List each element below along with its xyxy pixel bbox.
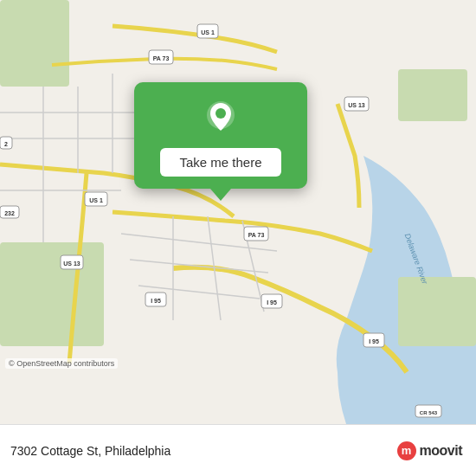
svg-text:US 13: US 13 — [63, 261, 80, 267]
svg-text:CR 543: CR 543 — [420, 410, 438, 415]
svg-rect-1 — [0, 242, 104, 346]
svg-rect-3 — [398, 69, 467, 121]
svg-text:US 1: US 1 — [201, 29, 215, 35]
moovit-icon: m — [397, 441, 416, 460]
svg-point-43 — [215, 108, 226, 119]
osm-attribution: © OpenStreetMap contributors — [5, 358, 118, 369]
popup-card: Take me there — [134, 82, 307, 189]
svg-text:US 1: US 1 — [89, 197, 103, 203]
address-text: 7302 Cottage St, Philadelphia — [10, 444, 170, 458]
take-me-there-button[interactable]: Take me there — [160, 148, 280, 177]
svg-rect-4 — [0, 0, 69, 87]
svg-text:PA 73: PA 73 — [153, 55, 170, 61]
svg-text:PA 73: PA 73 — [248, 232, 265, 238]
svg-rect-2 — [398, 277, 476, 346]
bottom-bar: 7302 Cottage St, Philadelphia m moovit — [0, 424, 476, 476]
svg-text:232: 232 — [4, 210, 15, 216]
moovit-text: moovit — [420, 443, 462, 459]
svg-text:I 95: I 95 — [369, 338, 379, 344]
moovit-logo: m moovit — [397, 441, 462, 460]
svg-text:I 95: I 95 — [267, 299, 277, 306]
location-pin-icon — [202, 98, 240, 136]
svg-text:2: 2 — [4, 141, 8, 147]
map-container: US 1 US 1 PA 73 PA 73 US 13 US 13 I 95 I… — [0, 0, 476, 424]
svg-text:US 13: US 13 — [348, 102, 365, 108]
svg-text:I 95: I 95 — [151, 298, 161, 304]
